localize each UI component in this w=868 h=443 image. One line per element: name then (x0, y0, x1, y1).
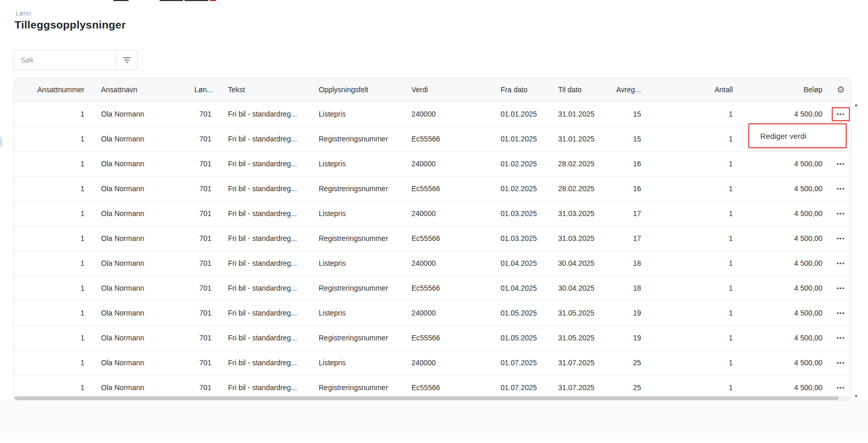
vertical-scrollbar[interactable]: ▲ ▼ (852, 103, 860, 399)
cell-actions: ••• (831, 350, 851, 375)
column-header-opplysningsfelt[interactable]: Opplysningsfelt (310, 78, 403, 102)
cell-ansattnavn: Ola Normann (93, 276, 186, 301)
cell-opplysningsfelt: Listepris (310, 151, 403, 176)
top-edge-artifact (113, 0, 129, 1)
cell-antall: 1 (649, 325, 741, 350)
cell-antall: 1 (649, 350, 741, 375)
row-actions-button[interactable]: ••• (834, 283, 847, 293)
cell-ansattnummer: 1 (14, 325, 93, 350)
cell-lonnsart: 701 (186, 325, 220, 350)
cell-avregning: 19 (607, 325, 649, 350)
table-row: 1Ola Normann701Fri bil - standardreg...R… (14, 226, 851, 251)
table-row: 1Ola Normann701Fri bil - standardreg...L… (14, 350, 851, 375)
column-header-antall[interactable]: Antall (649, 78, 741, 102)
search-input[interactable] (13, 50, 116, 70)
cell-lonnsart: 701 (186, 226, 220, 251)
horizontal-scrollbar[interactable] (14, 396, 851, 400)
column-header-til_dato[interactable]: Til dato (550, 78, 607, 102)
cell-fra_dato: 01.01.2025 (492, 126, 550, 151)
filter-icon (122, 55, 132, 65)
cell-antall: 1 (649, 226, 741, 251)
cell-verdi: Ec55566 (403, 276, 492, 301)
cell-ansattnavn: Ola Normann (93, 251, 186, 276)
cell-antall: 1 (649, 201, 741, 226)
row-actions-button[interactable]: ••• (834, 333, 847, 343)
cell-ansattnavn: Ola Normann (93, 102, 186, 126)
cell-ansattnavn: Ola Normann (93, 151, 186, 176)
context-menu-item-rediger-verdi[interactable]: Rediger verdi (749, 132, 846, 140)
row-actions-button[interactable]: ••• (834, 308, 847, 318)
cell-opplysningsfelt: Listepris (310, 201, 403, 226)
filter-button[interactable] (116, 50, 138, 70)
cell-belop: 4 500,00 (741, 301, 831, 325)
column-header-verdi[interactable]: Verdi (403, 78, 492, 102)
cell-antall: 1 (649, 102, 741, 126)
cell-actions: ••• (831, 251, 851, 276)
row-actions-button[interactable]: ••• (834, 209, 847, 219)
row-actions-button[interactable]: ••• (834, 184, 847, 194)
cell-til_dato: 28.02.2025 (550, 176, 607, 201)
row-actions-button[interactable]: ••• (834, 358, 847, 368)
gear-icon[interactable]: ⚙ (837, 85, 845, 95)
horizontal-scrollbar-thumb[interactable] (14, 396, 838, 400)
cell-verdi: 240000 (403, 350, 492, 375)
cell-actions: ••• (831, 176, 851, 201)
cell-til_dato: 31.01.2025 (550, 126, 607, 151)
cell-ansattnavn: Ola Normann (93, 126, 186, 151)
cell-opplysningsfelt: Registreringsnummer (310, 126, 403, 151)
cell-opplysningsfelt: Registreringsnummer (310, 276, 403, 301)
row-actions-button[interactable]: ••• (834, 234, 847, 244)
column-header-ansattnummer[interactable]: Ansattnummer (14, 78, 93, 102)
cell-fra_dato: 01.03.2025 (492, 226, 550, 251)
cell-ansattnummer: 1 (14, 276, 93, 301)
cell-avregning: 18 (607, 276, 649, 301)
cell-ansattnavn: Ola Normann (93, 226, 186, 251)
cell-avregning: 18 (607, 251, 649, 276)
cell-tekst: Fri bil - standardreg... (220, 350, 310, 375)
cell-antall: 1 (649, 176, 741, 201)
cell-til_dato: 30.04.2025 (550, 251, 607, 276)
top-edge-artifact (160, 0, 183, 1)
column-header-belop[interactable]: Beløp (741, 78, 831, 102)
cell-tekst: Fri bil - standardreg... (220, 226, 310, 251)
column-header-tekst[interactable]: Tekst (220, 78, 310, 102)
cell-tekst: Fri bil - standardreg... (220, 251, 310, 276)
cell-ansattnavn: Ola Normann (93, 201, 186, 226)
cell-lonnsart: 701 (186, 201, 220, 226)
column-settings-header: ⚙ (831, 78, 851, 102)
cell-lonnsart: 701 (186, 176, 220, 201)
cell-belop: 4 500,00 (741, 251, 831, 276)
cell-ansattnummer: 1 (14, 201, 93, 226)
row-actions-button[interactable]: ••• (834, 259, 847, 268)
search-group (13, 50, 138, 70)
scroll-down-icon[interactable]: ▼ (852, 394, 860, 399)
cell-opplysningsfelt: Registreringsnummer (310, 325, 403, 350)
cell-til_dato: 31.03.2025 (550, 201, 607, 226)
column-header-avregning[interactable]: Avreg... (607, 78, 649, 102)
cell-avregning: 25 (607, 350, 649, 375)
cell-fra_dato: 01.02.2025 (492, 176, 550, 201)
table-card: AnsattnummerAnsattnavnLøn...TekstOpplysn… (13, 78, 851, 401)
cell-antall: 1 (649, 251, 741, 276)
scroll-up-icon[interactable]: ▲ (852, 103, 860, 108)
cell-antall: 1 (649, 151, 741, 176)
cell-fra_dato: 01.01.2025 (492, 102, 550, 126)
row-actions-button[interactable]: ••• (834, 159, 847, 169)
column-header-ansattnavn[interactable]: Ansattnavn (93, 78, 186, 102)
cell-til_dato: 31.05.2025 (550, 325, 607, 350)
breadcrumb: Lønn (16, 9, 31, 17)
cell-verdi: 240000 (403, 151, 492, 176)
table-row: 1Ola Normann701Fri bil - standardreg...L… (14, 151, 851, 176)
cell-tekst: Fri bil - standardreg... (220, 201, 310, 226)
cell-ansattnummer: 1 (14, 301, 93, 325)
column-header-lonnsart[interactable]: Løn... (186, 78, 220, 102)
cell-lonnsart: 701 (186, 276, 220, 301)
column-header-fra_dato[interactable]: Fra dato (492, 78, 550, 102)
cell-ansattnavn: Ola Normann (93, 350, 186, 375)
cell-actions: ••• (831, 226, 851, 251)
row-actions-button[interactable]: ••• (834, 109, 847, 119)
cell-avregning: 16 (607, 176, 649, 201)
table-row: 1Ola Normann701Fri bil - standardreg...R… (14, 276, 851, 301)
row-actions-button[interactable]: ••• (834, 383, 847, 393)
cell-opplysningsfelt: Listepris (310, 251, 403, 276)
